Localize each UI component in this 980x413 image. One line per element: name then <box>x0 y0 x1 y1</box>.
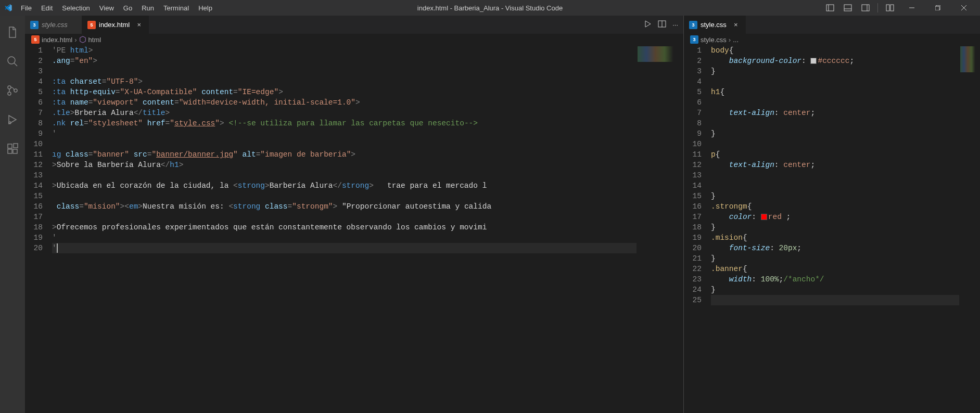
code-line[interactable]: ' <box>52 233 637 243</box>
css-file-icon <box>689 21 697 29</box>
menu-terminal[interactable]: Terminal <box>159 2 193 14</box>
gutter-left: 1234567891011121314151617181920 <box>25 45 52 413</box>
code-line[interactable]: color: red ; <box>711 212 959 222</box>
html-file-icon <box>87 21 96 29</box>
code-line[interactable]: text-align: center; <box>711 160 959 170</box>
code-line[interactable]: } <box>711 253 959 264</box>
code-line[interactable]: >Sobre la Barbería Alura</h1> <box>52 160 637 170</box>
menu-file[interactable]: File <box>17 2 36 14</box>
code-line[interactable]: h1{ <box>711 87 959 97</box>
editor-left[interactable]: 1234567891011121314151617181920 'PE html… <box>25 45 683 413</box>
titlebar: FileEditSelectionViewGoRunTerminalHelp i… <box>0 0 980 16</box>
code-line[interactable] <box>52 170 637 180</box>
code-line[interactable]: } <box>711 191 959 201</box>
tab-style-css[interactable]: style.css <box>25 16 82 34</box>
editor-actions-right <box>975 16 980 34</box>
more-actions-icon[interactable]: ··· <box>672 21 678 29</box>
code-line[interactable]: font-size: 20px; <box>711 243 959 253</box>
code-left[interactable]: 'PE html>.ang="en"> :ta charset="UTF-8">… <box>52 45 637 413</box>
layout-bottom-icon[interactable] <box>840 0 856 16</box>
editor-right[interactable]: 1234567891011121314151617181920212223242… <box>684 45 980 413</box>
layout-right-icon[interactable] <box>858 0 873 16</box>
code-line[interactable]: >Ubicada en el corazón de la ciudad, la … <box>52 180 637 191</box>
breadcrumb-file: style.css <box>701 36 727 44</box>
code-line[interactable]: .nk rel="stylesheet" href="style.css"> <… <box>52 118 637 128</box>
code-line[interactable] <box>711 139 959 149</box>
svg-rect-19 <box>8 149 12 153</box>
code-line[interactable]: } <box>711 128 959 139</box>
maximize-button[interactable] <box>926 0 950 16</box>
code-line[interactable]: } <box>711 222 959 233</box>
text-cursor <box>57 243 58 253</box>
close-button[interactable] <box>952 0 976 16</box>
minimap-right[interactable] <box>959 45 980 413</box>
code-line[interactable]: .tle>Brberia Alura</title> <box>52 108 637 118</box>
color-swatch-icon <box>761 214 767 220</box>
code-line[interactable]: body{ <box>711 45 959 56</box>
code-line[interactable]: .mision{ <box>711 233 959 243</box>
minimap[interactable] <box>637 45 683 413</box>
code-line[interactable]: ıg class="banner" src="banner/banner.jpg… <box>52 149 637 160</box>
code-line[interactable]: ' <box>52 128 637 139</box>
code-line[interactable]: :ta name="viewport" content="width=devic… <box>52 97 637 108</box>
tabbar-right: style.css× <box>684 16 980 34</box>
menu-go[interactable]: Go <box>119 2 136 14</box>
split-editor-icon[interactable] <box>658 20 666 30</box>
extensions-icon[interactable] <box>0 136 25 161</box>
svg-line-13 <box>14 63 17 66</box>
code-line[interactable]: background-color: #cccccc; <box>711 56 959 66</box>
code-line[interactable] <box>711 118 959 128</box>
code-line[interactable]: ' <box>52 243 637 253</box>
code-right[interactable]: body{ background-color: #cccccc;} h1{ te… <box>711 45 959 413</box>
code-line[interactable] <box>52 191 637 201</box>
code-line[interactable] <box>52 139 637 149</box>
code-line[interactable]: 'PE html> <box>52 45 637 56</box>
editor-actions: ··· <box>643 16 683 34</box>
menu-view[interactable]: View <box>95 2 118 14</box>
code-line[interactable] <box>52 212 637 222</box>
menu-selection[interactable]: Selection <box>58 2 94 14</box>
tabbar-left: style.cssindex.html× ··· <box>25 16 683 34</box>
code-line[interactable]: :ta http-equiv="X-UA-Compatible" content… <box>52 87 637 97</box>
svg-point-14 <box>8 86 11 89</box>
menu-help[interactable]: Help <box>194 2 217 14</box>
code-line[interactable] <box>52 66 637 76</box>
code-line[interactable]: :ta charset="UTF-8"> <box>52 76 637 87</box>
search-icon[interactable] <box>0 49 25 74</box>
layout-left-icon[interactable] <box>822 0 838 16</box>
run-debug-icon[interactable] <box>0 107 25 132</box>
code-line[interactable]: width: 100%;/*ancho*/ <box>711 274 959 285</box>
code-line[interactable]: .ang="en"> <box>52 56 637 66</box>
tab-index-html[interactable]: index.html× <box>82 16 149 34</box>
close-icon[interactable]: × <box>732 21 740 29</box>
menu-edit[interactable]: Edit <box>37 2 57 14</box>
code-line[interactable] <box>711 295 959 305</box>
code-line[interactable] <box>711 170 959 180</box>
code-line[interactable] <box>711 76 959 87</box>
code-line[interactable]: } <box>711 285 959 295</box>
symbol-icon <box>79 36 86 43</box>
code-line[interactable]: .strongm{ <box>711 201 959 212</box>
source-control-icon[interactable] <box>0 78 25 103</box>
menu-run[interactable]: Run <box>137 2 158 14</box>
code-line[interactable]: p{ <box>711 149 959 160</box>
breadcrumb[interactable]: index.html › html <box>25 34 683 45</box>
minimize-button[interactable] <box>900 0 924 16</box>
run-icon[interactable] <box>643 20 652 30</box>
code-line[interactable]: .banner{ <box>711 264 959 274</box>
explorer-icon[interactable] <box>0 20 25 45</box>
main-layout: style.cssindex.html× ··· index.html › ht… <box>0 16 980 413</box>
chevron-right-icon: › <box>729 36 731 44</box>
close-icon[interactable]: × <box>135 21 143 29</box>
customize-layout-icon[interactable] <box>882 0 898 16</box>
code-line[interactable] <box>711 180 959 191</box>
menubar: FileEditSelectionViewGoRunTerminalHelp <box>17 2 217 14</box>
code-line[interactable]: class="mision"><em>Nuestra misión es: <s… <box>52 201 637 212</box>
code-line[interactable]: } <box>711 66 959 76</box>
tab-style-css[interactable]: style.css× <box>684 16 746 34</box>
breadcrumb-right[interactable]: style.css › ... <box>684 34 980 45</box>
activitybar <box>0 16 25 413</box>
code-line[interactable]: >Ofrecemos profesionales experimentados … <box>52 222 637 233</box>
code-line[interactable] <box>711 97 959 108</box>
code-line[interactable]: text-align: center; <box>711 108 959 118</box>
